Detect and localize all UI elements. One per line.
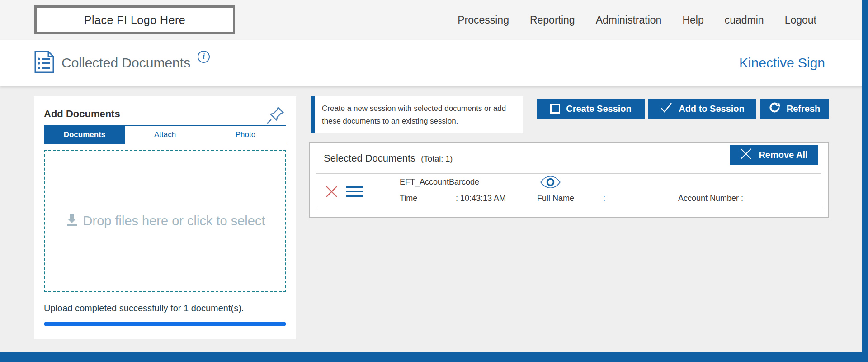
nav-logout[interactable]: Logout — [785, 14, 816, 26]
time-value: : 10:43:13 AM — [456, 194, 506, 203]
info-icon[interactable]: i — [198, 51, 210, 63]
pin-icon[interactable] — [265, 105, 286, 127]
tab-photo[interactable]: Photo — [205, 126, 286, 144]
add-documents-header: Add Documents — [44, 105, 286, 125]
document-row: EFT_AccountBarcode Time : 10:43:13 AM Fu… — [316, 173, 821, 209]
nav-help[interactable]: Help — [682, 14, 703, 26]
dropzone-text: Drop files here or click to select — [83, 214, 265, 229]
add-documents-title: Add Documents — [44, 105, 120, 120]
add-documents-tabs: Documents Attach Photo — [44, 125, 286, 144]
session-info-text: Create a new session with selected docum… — [322, 104, 506, 125]
nav-administration[interactable]: Administration — [596, 14, 662, 26]
create-session-label: Create Session — [566, 104, 632, 114]
selected-documents-title: Selected Documents (Total: 1) — [324, 152, 453, 164]
document-name: EFT_AccountBarcode — [400, 177, 479, 187]
create-session-icon — [550, 104, 560, 114]
account-number-label: Account Number : — [678, 194, 743, 203]
drag-handle-icon[interactable] — [346, 186, 363, 200]
fi-logo-text: Place FI Logo Here — [84, 14, 185, 27]
add-documents-panel: Add Documents Documents Attach Photo Dro… — [34, 96, 296, 339]
top-navigation: Processing Reporting Administration Help… — [458, 0, 816, 40]
refresh-icon — [769, 101, 781, 116]
session-info-message: Create a new session with selected docum… — [311, 96, 523, 133]
refresh-label: Refresh — [787, 104, 820, 114]
collected-documents-icon — [34, 51, 54, 75]
file-dropzone[interactable]: Drop files here or click to select — [44, 150, 286, 292]
nav-reporting[interactable]: Reporting — [530, 14, 575, 26]
page-header: Collected Documents i Kinective Sign — [0, 40, 868, 86]
upload-status-text: Upload completed successfully for 1 docu… — [44, 303, 286, 314]
tab-documents[interactable]: Documents — [44, 126, 125, 144]
full-name-value: : — [603, 194, 605, 203]
fi-logo-placeholder: Place FI Logo Here — [34, 5, 235, 34]
download-icon — [65, 213, 79, 229]
upload-progress-bar — [44, 322, 286, 326]
nav-processing[interactable]: Processing — [458, 14, 509, 26]
remove-all-button[interactable]: Remove All — [730, 145, 818, 165]
checkmark-icon — [660, 102, 673, 116]
remove-all-label: Remove All — [759, 150, 807, 160]
topbar: Place FI Logo Here Processing Reporting … — [0, 0, 868, 40]
time-label: Time — [400, 194, 417, 203]
full-name-label: Full Name — [537, 194, 574, 203]
tab-attach[interactable]: Attach — [125, 126, 205, 144]
refresh-button[interactable]: Refresh — [760, 99, 829, 119]
create-session-button[interactable]: Create Session — [537, 99, 645, 119]
add-to-session-button[interactable]: Add to Session — [648, 99, 756, 119]
remove-document-icon[interactable] — [325, 185, 339, 201]
add-to-session-label: Add to Session — [679, 104, 745, 114]
selected-documents-title-text: Selected Documents — [324, 152, 415, 164]
bottom-bar — [0, 352, 868, 362]
product-name: Kinective Sign — [739, 55, 825, 71]
right-edge-accent — [862, 0, 868, 352]
nav-cuadmin[interactable]: cuadmin — [725, 14, 764, 26]
session-action-buttons: Create Session Add to Session Refresh — [537, 99, 829, 119]
preview-eye-icon[interactable] — [540, 176, 561, 191]
selected-documents-total: (Total: 1) — [421, 154, 453, 163]
page-title: Collected Documents — [61, 55, 190, 71]
remove-all-x-icon — [740, 148, 752, 162]
selected-documents-panel: Selected Documents (Total: 1) Remove All — [309, 142, 829, 218]
upload-progress-fill — [44, 322, 286, 326]
